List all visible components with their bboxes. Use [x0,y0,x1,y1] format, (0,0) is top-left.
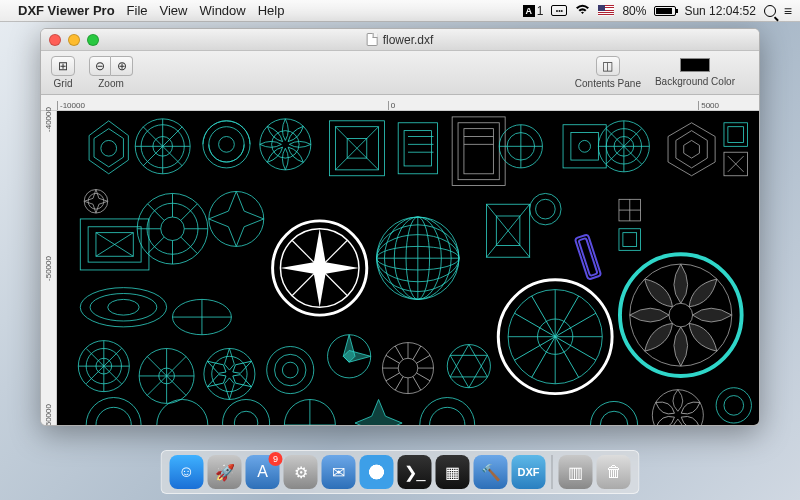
dock-finder-icon[interactable]: ☺ [170,455,204,489]
text-input-icon[interactable]: ••• [551,5,567,16]
contents-pane-label: Contents Pane [575,78,641,89]
minimize-button[interactable] [68,34,80,46]
dock-dxf-icon[interactable]: DXF [512,455,546,489]
dock-mail-icon[interactable]: ✉ [322,455,356,489]
svg-point-124 [275,354,306,385]
dock: ☺ 🚀 A9 ⚙ ✉ ✦ ❯_ ▦ 🔨 DXF ▥ 🗑 [161,450,640,494]
svg-point-149 [716,388,751,423]
svg-rect-94 [623,233,637,247]
dock-safari-icon[interactable]: ✦ [360,455,394,489]
appstore-badge: 9 [269,452,283,466]
horizontal-ruler: -10000 0 5000 [41,95,759,111]
dxf-canvas[interactable] [57,111,759,425]
svg-point-144 [420,398,475,425]
svg-rect-35 [571,133,598,160]
dock-folder-icon[interactable]: ▥ [559,455,593,489]
svg-point-63 [209,191,264,246]
svg-point-12 [219,137,235,153]
menu-file[interactable]: File [127,3,148,18]
dock-trash-icon[interactable]: 🗑 [597,455,631,489]
zoom-buttons[interactable]: ⊖ ⊕ Zoom [89,56,133,89]
svg-point-104 [108,299,139,315]
wifi-icon[interactable] [575,4,590,18]
svg-point-136 [96,407,131,425]
svg-point-36 [579,140,591,152]
dock-xcode-icon[interactable]: 🔨 [474,455,508,489]
svg-point-125 [282,362,298,378]
battery-percent: 80% [622,4,646,18]
menu-help[interactable]: Help [258,3,285,18]
dock-separator [552,455,553,489]
dock-terminal-icon[interactable]: ❯_ [398,455,432,489]
grid-label: Grid [54,78,73,89]
svg-point-61 [161,217,185,241]
battery-icon[interactable] [654,6,676,16]
svg-point-147 [600,411,627,425]
svg-marker-45 [676,131,707,168]
svg-rect-21 [404,131,431,166]
dock-settings-icon[interactable]: ⚙ [284,455,318,489]
svg-point-123 [267,347,314,394]
zoom-out-icon[interactable]: ⊖ [89,56,111,76]
background-swatch-icon [680,58,710,72]
svg-marker-143 [355,399,402,425]
app-name[interactable]: DXF Viewer Pro [18,3,115,18]
menu-window[interactable]: Window [199,3,245,18]
background-color-label: Background Color [655,76,735,87]
svg-point-14 [272,131,299,158]
system-menubar: DXF Viewer Pro File View Window Help A1 … [0,0,800,22]
clock[interactable]: Sun 12:04:52 [684,4,755,18]
svg-point-135 [86,398,141,425]
input-flag-icon[interactable] [598,5,614,16]
svg-point-2 [101,140,117,156]
svg-marker-46 [684,140,700,158]
svg-point-148 [652,390,703,425]
vertical-ruler: -40000 -50000 -60000 [41,111,57,425]
document-title: flower.dxf [383,33,434,47]
svg-marker-1 [94,129,123,167]
svg-rect-25 [452,117,505,186]
svg-point-138 [223,399,270,425]
titlebar[interactable]: flower.dxf [41,29,759,51]
contents-pane-icon: ◫ [596,56,620,76]
svg-rect-27 [464,129,493,174]
adobe-status-icon[interactable]: A1 [523,4,544,18]
document-icon [367,33,378,46]
toolbar: ⊞ Grid ⊖ ⊕ Zoom ◫ Contents Pane Backgrou… [41,51,759,95]
zoom-button[interactable] [87,34,99,46]
svg-point-103 [90,294,157,321]
dock-appstore-icon[interactable]: A9 [246,455,280,489]
notification-center-icon[interactable]: ≡ [784,3,792,19]
svg-point-139 [234,411,258,425]
svg-point-150 [724,396,744,416]
cad-drawing [57,111,759,425]
svg-point-146 [591,401,638,425]
contents-pane-button[interactable]: ◫ Contents Pane [575,56,641,89]
zoom-in-icon[interactable]: ⊕ [111,56,133,76]
dock-launchpad-icon[interactable]: 🚀 [208,455,242,489]
svg-marker-128 [343,350,370,362]
svg-point-86 [530,193,561,224]
svg-point-145 [430,407,465,425]
dock-activity-icon[interactable]: ▦ [436,455,470,489]
svg-point-132 [447,345,490,388]
background-color-button[interactable]: Background Color [655,58,735,87]
svg-point-53 [88,193,104,209]
svg-rect-93 [619,229,641,251]
svg-point-122 [212,356,247,391]
svg-point-130 [398,358,418,378]
spotlight-icon[interactable] [764,5,776,17]
close-button[interactable] [49,34,61,46]
svg-point-87 [536,199,556,219]
app-window: flower.dxf ⊞ Grid ⊖ ⊕ Zoom ◫ Contents Pa… [40,28,760,426]
svg-rect-48 [728,127,744,143]
grid-icon: ⊞ [51,56,75,76]
zoom-label: Zoom [98,78,124,89]
menu-view[interactable]: View [160,3,188,18]
grid-button[interactable]: ⊞ Grid [51,56,75,89]
